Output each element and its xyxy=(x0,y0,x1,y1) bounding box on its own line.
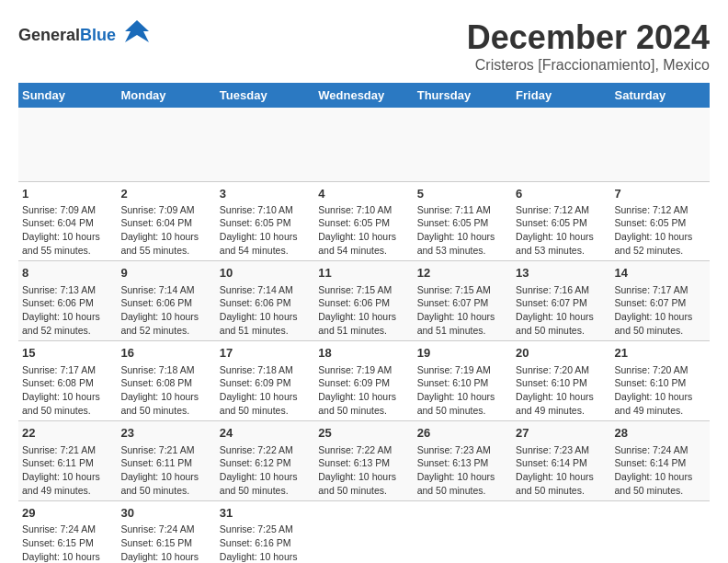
day-info-line: and 50 minutes. xyxy=(22,404,113,418)
calendar-cell xyxy=(18,108,117,181)
day-info-line: Sunset: 6:16 PM xyxy=(220,536,311,550)
day-info-line: Sunset: 6:05 PM xyxy=(417,216,508,230)
week-row-4: 15Sunrise: 7:17 AMSunset: 6:08 PMDayligh… xyxy=(18,341,710,421)
logo-blue: Blue xyxy=(80,26,116,44)
day-info-line: Sunrise: 7:21 AM xyxy=(120,443,211,457)
calendar-cell xyxy=(117,108,215,181)
day-info-line: Sunrise: 7:21 AM xyxy=(22,443,113,457)
calendar-header: SundayMondayTuesdayWednesdayThursdayFrid… xyxy=(18,83,710,108)
day-info-line: and 50 minutes. xyxy=(417,484,508,498)
day-info-line: and 50 minutes. xyxy=(318,404,409,418)
day-info-line: Sunrise: 7:11 AM xyxy=(417,203,508,217)
day-number: 22 xyxy=(22,425,113,442)
day-info-line: and 50 minutes. xyxy=(120,484,211,498)
day-info-line: Daylight: 10 hours xyxy=(22,550,113,563)
day-header-tuesday: Tuesday xyxy=(216,83,314,108)
calendar-cell xyxy=(611,501,710,563)
day-info-line: and 52 minutes. xyxy=(615,244,706,258)
day-info-line: Sunset: 6:13 PM xyxy=(417,456,508,470)
day-info-line: Sunset: 6:07 PM xyxy=(615,296,706,310)
day-info-line: Daylight: 10 hours xyxy=(22,470,113,484)
day-info-line: and 50 minutes. xyxy=(615,484,706,498)
day-info-line: Sunrise: 7:25 AM xyxy=(220,523,311,536)
day-info-line: and 52 minutes. xyxy=(120,324,211,338)
day-info-line: Daylight: 10 hours xyxy=(22,310,113,324)
day-info-line: Daylight: 10 hours xyxy=(417,390,508,404)
calendar-cell xyxy=(512,501,610,563)
day-number: 19 xyxy=(417,345,508,362)
day-info-line: Daylight: 10 hours xyxy=(318,390,409,404)
calendar-cell: 19Sunrise: 7:19 AMSunset: 6:10 PMDayligh… xyxy=(414,341,512,421)
day-info-line: Sunset: 6:05 PM xyxy=(220,216,311,230)
day-info-line: Daylight: 10 hours xyxy=(615,310,706,324)
day-number: 3 xyxy=(220,186,311,202)
week-row-1 xyxy=(18,108,710,181)
day-number: 20 xyxy=(516,345,607,362)
calendar-cell: 5Sunrise: 7:11 AMSunset: 6:05 PMDaylight… xyxy=(414,181,512,261)
day-info-line: Daylight: 10 hours xyxy=(120,390,211,404)
day-number: 29 xyxy=(22,505,113,522)
day-number: 17 xyxy=(220,345,311,362)
day-number: 7 xyxy=(615,186,706,202)
day-info-line: Sunrise: 7:22 AM xyxy=(318,443,409,457)
day-info-line: Sunrise: 7:19 AM xyxy=(318,363,409,377)
day-info-line: Sunset: 6:05 PM xyxy=(615,216,706,230)
day-info-line: and 50 minutes. xyxy=(615,324,706,338)
day-info-line: Sunset: 6:09 PM xyxy=(220,376,311,390)
day-info-line: Sunrise: 7:15 AM xyxy=(417,283,508,297)
day-info-line: and 50 minutes. xyxy=(516,484,607,498)
day-info-line: Daylight: 10 hours xyxy=(516,310,607,324)
day-info-line: Sunrise: 7:10 AM xyxy=(220,203,311,217)
day-info-line: Sunrise: 7:17 AM xyxy=(615,283,706,297)
calendar-cell: 25Sunrise: 7:22 AMSunset: 6:13 PMDayligh… xyxy=(314,421,413,501)
calendar-cell: 2Sunrise: 7:09 AMSunset: 6:04 PMDaylight… xyxy=(117,181,215,261)
day-info-line: Daylight: 10 hours xyxy=(417,310,508,324)
day-number: 10 xyxy=(220,265,311,282)
day-info-line: Daylight: 10 hours xyxy=(516,230,607,244)
day-info-line: Daylight: 10 hours xyxy=(220,310,311,324)
calendar-cell: 15Sunrise: 7:17 AMSunset: 6:08 PMDayligh… xyxy=(18,341,117,421)
day-info-line: Sunrise: 7:12 AM xyxy=(516,203,607,217)
day-info-line: Sunset: 6:08 PM xyxy=(120,376,211,390)
day-info-line: Daylight: 10 hours xyxy=(220,550,311,563)
day-number: 12 xyxy=(417,265,508,282)
day-number: 15 xyxy=(22,345,113,362)
calendar-cell: 3Sunrise: 7:10 AMSunset: 6:05 PMDaylight… xyxy=(216,181,314,261)
calendar-cell xyxy=(512,108,610,181)
day-number: 25 xyxy=(318,425,409,442)
day-info-line: Sunset: 6:04 PM xyxy=(22,216,113,230)
day-header-sunday: Sunday xyxy=(18,83,117,108)
day-info-line: Sunrise: 7:14 AM xyxy=(220,283,311,297)
day-number: 30 xyxy=(120,505,211,522)
day-info-line: Daylight: 10 hours xyxy=(120,550,211,563)
calendar-cell: 11Sunrise: 7:15 AMSunset: 6:06 PMDayligh… xyxy=(314,261,413,341)
day-info-line: Sunrise: 7:20 AM xyxy=(516,363,607,377)
day-info-line: Sunset: 6:06 PM xyxy=(220,296,311,310)
day-info-line: Sunrise: 7:13 AM xyxy=(22,283,113,297)
day-info-line: and 54 minutes. xyxy=(318,244,409,258)
day-info-line: Sunset: 6:14 PM xyxy=(516,456,607,470)
day-info-line: Daylight: 10 hours xyxy=(22,390,113,404)
days-of-week-row: SundayMondayTuesdayWednesdayThursdayFrid… xyxy=(18,83,710,108)
day-info-line: Daylight: 10 hours xyxy=(615,470,706,484)
logo-general: General xyxy=(18,26,80,44)
calendar-cell xyxy=(414,108,512,181)
day-info-line: Sunrise: 7:24 AM xyxy=(615,443,706,457)
day-header-wednesday: Wednesday xyxy=(314,83,413,108)
day-info-line: Daylight: 10 hours xyxy=(120,310,211,324)
day-info-line: Sunrise: 7:12 AM xyxy=(615,203,706,217)
calendar-cell: 4Sunrise: 7:10 AMSunset: 6:05 PMDaylight… xyxy=(314,181,413,261)
day-info-line: Sunrise: 7:24 AM xyxy=(22,523,113,536)
day-info-line: Sunset: 6:11 PM xyxy=(120,456,211,470)
day-info-line: Sunrise: 7:20 AM xyxy=(615,363,706,377)
logo-bird-icon xyxy=(123,18,151,52)
calendar-cell: 22Sunrise: 7:21 AMSunset: 6:11 PMDayligh… xyxy=(18,421,117,501)
day-number: 4 xyxy=(318,186,409,202)
day-info-line: and 49 minutes. xyxy=(615,404,706,418)
day-info-line: Sunrise: 7:23 AM xyxy=(516,443,607,457)
day-info-line: Sunset: 6:10 PM xyxy=(516,376,607,390)
day-info-line: Sunset: 6:04 PM xyxy=(120,216,211,230)
day-header-thursday: Thursday xyxy=(414,83,512,108)
day-number: 16 xyxy=(120,345,211,362)
day-info-line: Daylight: 10 hours xyxy=(615,230,706,244)
